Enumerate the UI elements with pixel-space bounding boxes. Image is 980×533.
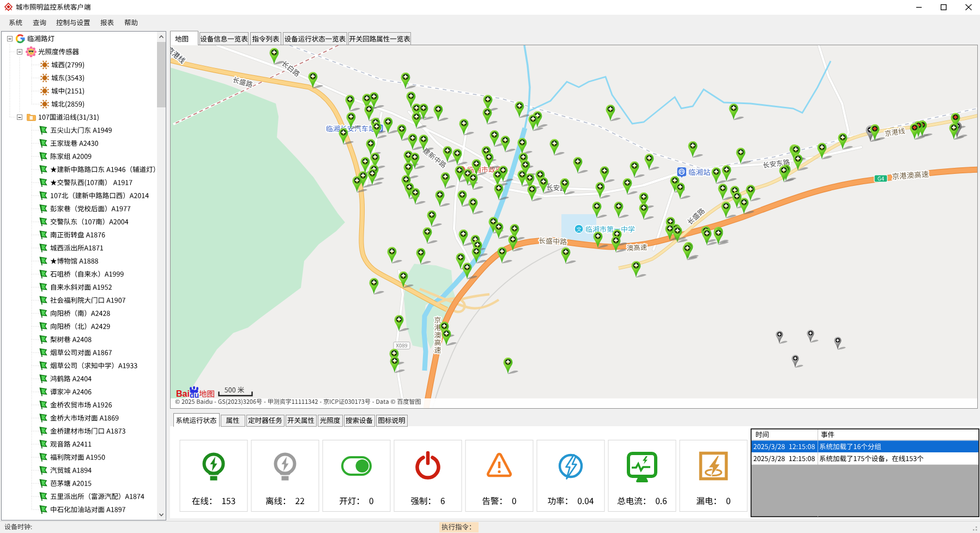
svg-text:Bai: Bai [176,389,190,398]
